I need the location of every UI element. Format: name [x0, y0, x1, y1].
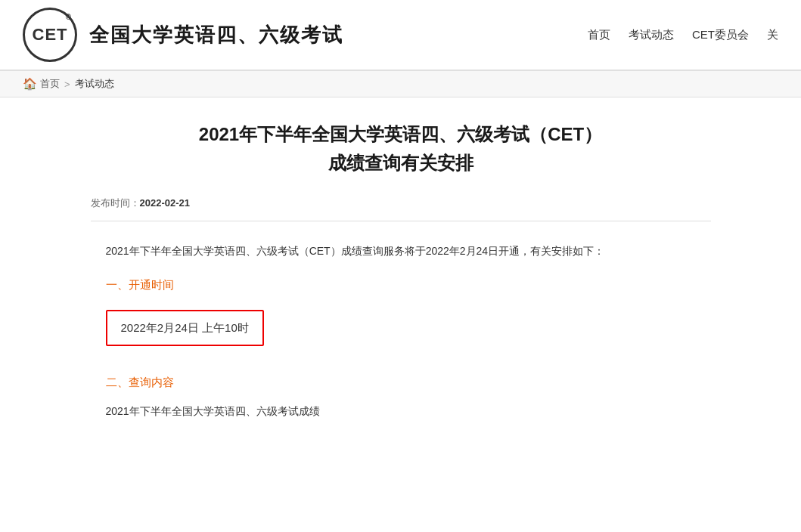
breadcrumb-home-link[interactable]: 首页	[40, 77, 60, 91]
header: CET ® 全国大学英语四、六级考试 首页 考试动态 CET委员会 关	[0, 0, 801, 71]
article-body: 2021年下半年全国大学英语四、六级考试（CET）成绩查询服务将于2022年2月…	[91, 234, 711, 435]
nav-home[interactable]: 首页	[588, 28, 610, 42]
section1-highlighted-date: 2022年2月24日 上午10时	[106, 310, 264, 347]
nav-more[interactable]: 关	[767, 28, 778, 42]
section2-heading: 二、查询内容	[106, 372, 696, 394]
nav-exam-news[interactable]: 考试动态	[629, 28, 674, 42]
main-content: 2021年下半年全国大学英语四、六级考试（CET） 成绩查询有关安排 发布时间：…	[76, 97, 726, 457]
logo: CET ®	[23, 8, 77, 62]
publish-date-value: 2022-02-21	[140, 197, 191, 209]
article-title-line1: 2021年下半年全国大学英语四、六级考试（CET）	[91, 120, 711, 149]
nav-cet-committee[interactable]: CET委员会	[692, 28, 749, 42]
header-left: CET ® 全国大学英语四、六级考试	[23, 8, 343, 62]
publish-date: 发布时间：2022-02-21	[91, 196, 711, 221]
article-title: 2021年下半年全国大学英语四、六级考试（CET） 成绩查询有关安排	[91, 120, 711, 178]
site-title: 全国大学英语四、六级考试	[89, 22, 343, 48]
article-title-line2: 成绩查询有关安排	[91, 149, 711, 178]
section1-heading: 一、开通时间	[106, 274, 696, 296]
article-intro: 2021年下半年全国大学英语四、六级考试（CET）成绩查询服务将于2022年2月…	[106, 241, 696, 261]
breadcrumb: 🏠 首页 > 考试动态	[0, 71, 801, 97]
breadcrumb-current: 考试动态	[75, 77, 114, 91]
header-nav: 首页 考试动态 CET委员会 关	[588, 28, 778, 42]
logo-reg: ®	[66, 13, 72, 21]
breadcrumb-separator: >	[64, 79, 70, 90]
home-icon: 🏠	[23, 77, 37, 91]
section2-content: 2021年下半年全国大学英语四、六级考试成绩	[106, 401, 696, 422]
publish-label: 发布时间：	[91, 197, 140, 209]
logo-text: CET	[33, 25, 68, 45]
